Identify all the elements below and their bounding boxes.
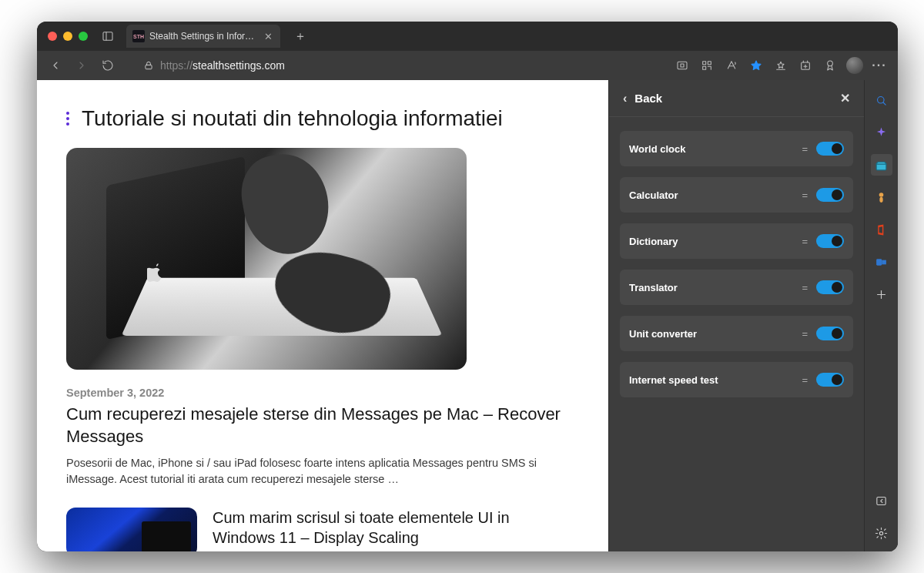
article-row[interactable]: Cum marim scrisul si toate elementele UI…	[66, 508, 579, 551]
sidebar-toggle-icon[interactable]	[102, 30, 114, 42]
svg-marker-10	[778, 62, 784, 68]
svg-rect-22	[879, 196, 882, 202]
svg-rect-5	[703, 62, 706, 65]
drag-handle-icon[interactable]: =	[802, 189, 807, 201]
rail-games-icon[interactable]	[871, 186, 892, 208]
svg-rect-3	[678, 62, 687, 69]
profile-avatar[interactable]	[844, 55, 865, 76]
rail-add-icon[interactable]	[871, 283, 892, 305]
drag-handle-icon[interactable]: =	[802, 236, 807, 247]
tool-row-translator: Translator =	[620, 270, 853, 305]
svg-rect-6	[708, 62, 711, 65]
url-scheme: https://	[160, 59, 192, 72]
right-rail	[864, 80, 898, 551]
tool-label: World clock	[629, 143, 685, 155]
svg-rect-7	[703, 66, 706, 69]
url-host: stealthsettings.com	[192, 59, 285, 72]
close-window-button[interactable]	[48, 32, 57, 41]
maximize-window-button[interactable]	[79, 32, 88, 41]
rewards-icon[interactable]	[819, 55, 841, 76]
panel-back-button[interactable]: ‹ Back	[623, 92, 662, 106]
qr-icon[interactable]	[696, 55, 718, 76]
rail-search-icon[interactable]	[871, 89, 892, 111]
tool-row-dictionary: Dictionary =	[620, 223, 853, 259]
drag-handle-icon[interactable]: =	[802, 374, 807, 386]
tool-row-world-clock: World clock =	[620, 131, 853, 166]
svg-rect-0	[103, 32, 112, 41]
tool-toggle[interactable]	[816, 280, 844, 294]
tool-label: Translator	[629, 282, 678, 293]
rail-sparkle-icon[interactable]	[871, 122, 892, 143]
web-page: Tutoriale si noutati din tehnologia info…	[37, 80, 608, 551]
tool-list: World clock = Calculator = Dictionary	[609, 117, 864, 411]
tab-title: Stealth Settings in Information	[149, 31, 259, 42]
content-area: Tutoriale si noutati din tehnologia info…	[37, 80, 898, 551]
tool-toggle[interactable]	[816, 142, 844, 156]
panel-back-label: Back	[634, 92, 662, 105]
tool-label: Unit converter	[629, 328, 697, 340]
tool-toggle[interactable]	[816, 188, 844, 202]
tool-row-calculator: Calculator =	[620, 177, 853, 213]
page-title: Tutoriale si noutati din tehnologia info…	[82, 106, 503, 131]
tool-row-speed-test: Internet speed test =	[620, 362, 853, 397]
rail-tools-icon[interactable]	[871, 154, 892, 176]
tab-close-icon[interactable]: ✕	[264, 31, 273, 42]
window-controls	[48, 32, 88, 41]
drag-handle-icon[interactable]: =	[802, 328, 807, 340]
svg-rect-4	[681, 64, 684, 67]
tool-row-unit-converter: Unit converter =	[620, 316, 853, 351]
nav-back-button[interactable]	[45, 55, 66, 76]
minimize-window-button[interactable]	[63, 32, 72, 41]
svg-line-19	[883, 102, 886, 104]
new-tab-button[interactable]: ＋	[294, 28, 306, 45]
browser-window: STH Stealth Settings in Information ✕ ＋ …	[37, 22, 898, 551]
browser-tab[interactable]: STH Stealth Settings in Information ✕	[126, 25, 280, 48]
drag-handle-icon[interactable]: =	[802, 282, 807, 293]
svg-point-28	[879, 531, 882, 534]
screenshot-icon[interactable]	[671, 55, 693, 76]
collections-icon[interactable]	[795, 55, 816, 76]
svg-rect-24	[882, 260, 886, 264]
title-bar: STH Stealth Settings in Information ✕ ＋	[37, 22, 898, 51]
drag-handle-icon[interactable]: =	[802, 143, 807, 155]
tool-toggle[interactable]	[816, 234, 844, 248]
tool-toggle[interactable]	[816, 373, 844, 387]
read-aloud-icon[interactable]	[721, 55, 742, 76]
tool-label: Dictionary	[629, 236, 678, 247]
nav-refresh-button[interactable]	[97, 55, 119, 76]
article-title[interactable]: Cum recuperezi mesajele sterse din Messa…	[66, 404, 574, 447]
nav-forward-button[interactable]	[71, 55, 92, 76]
rail-settings-icon[interactable]	[871, 522, 892, 544]
favorites-list-icon[interactable]	[770, 55, 792, 76]
article-thumbnail	[66, 508, 197, 551]
rail-collapse-icon[interactable]	[871, 490, 892, 511]
toolbar-right: ···	[671, 55, 890, 76]
favorite-star-icon[interactable]	[745, 55, 767, 76]
tab-favicon: STH	[132, 30, 145, 42]
svg-point-21	[879, 193, 884, 197]
article-hero-image[interactable]	[66, 148, 467, 370]
panel-close-icon[interactable]: ✕	[840, 91, 850, 106]
article-title[interactable]: Cum marim scrisul si toate elementele UI…	[213, 508, 551, 548]
toolbar: https://stealthsettings.com	[37, 51, 898, 80]
svg-rect-23	[876, 259, 882, 266]
page-menu-icon[interactable]	[66, 112, 69, 126]
article-date: September 3, 2022	[66, 387, 579, 399]
chevron-left-icon: ‹	[623, 92, 627, 106]
svg-point-17	[828, 61, 833, 66]
tool-label: Internet speed test	[629, 374, 718, 386]
tool-label: Calculator	[629, 189, 678, 201]
svg-marker-9	[752, 61, 761, 70]
url-bar[interactable]: https://stealthsettings.com	[143, 59, 285, 72]
rail-outlook-icon[interactable]	[871, 251, 892, 273]
sidebar-tools-panel: ‹ Back ✕ World clock = Calculator =	[608, 80, 864, 551]
rail-office-icon[interactable]	[871, 219, 892, 240]
tool-toggle[interactable]	[816, 327, 844, 340]
svg-rect-2	[146, 65, 152, 69]
article-excerpt: Posesorii de Mac, iPhone si / sau iPad f…	[66, 455, 574, 488]
more-menu-icon[interactable]: ···	[869, 55, 890, 76]
